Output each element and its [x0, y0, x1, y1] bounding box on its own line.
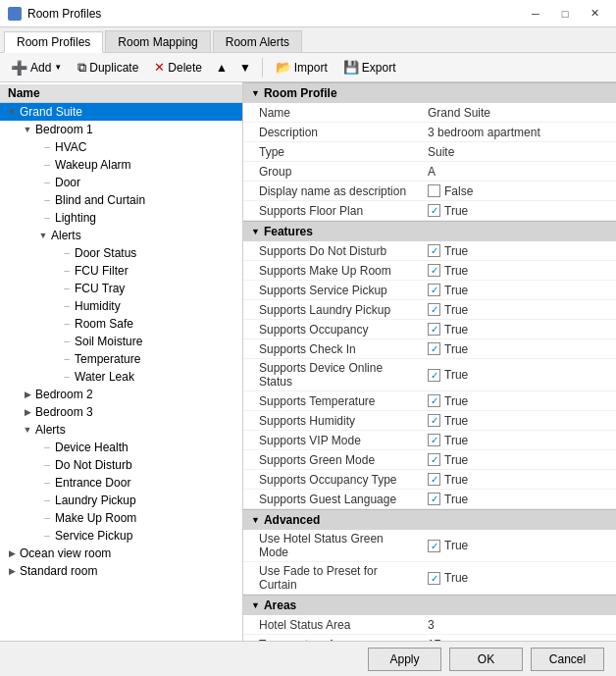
duplicate-button[interactable]: ⧉ Duplicate: [71, 56, 145, 79]
tab-room-mapping[interactable]: Room Mapping: [105, 30, 210, 52]
prop-label-name: Name: [243, 104, 420, 122]
prop-make-up-room[interactable]: Supports Make Up Room ✓ True: [243, 261, 616, 281]
checkbox-occupancy-type[interactable]: ✓: [428, 473, 440, 486]
apply-button[interactable]: Apply: [368, 648, 441, 671]
tree-item-bedroom2[interactable]: ▶ Bedroom 2: [0, 386, 242, 403]
tree-label-standard-room: Standard room: [20, 564, 97, 578]
leaf-icon-wakeup: ─: [39, 157, 55, 173]
prop-check-in[interactable]: Supports Check In ✓ True: [243, 339, 616, 359]
prop-humidity-feat[interactable]: Supports Humidity ✓ True: [243, 411, 616, 431]
tree-item-wakeup-alarm[interactable]: ─ Wakeup Alarm: [0, 156, 242, 174]
prop-fade-preset[interactable]: Use Fade to Preset for Curtain ✓ True: [243, 562, 616, 595]
tree-item-laundry-pickup[interactable]: ─ Laundry Pickup: [0, 492, 242, 509]
prop-value-humidity-feat: ✓ True: [420, 412, 616, 430]
ok-button[interactable]: OK: [449, 648, 523, 671]
prop-occupancy[interactable]: Supports Occupancy ✓ True: [243, 320, 616, 339]
prop-vip-mode[interactable]: Supports VIP Mode ✓ True: [243, 431, 616, 450]
tree-item-standard-room[interactable]: ▶ Standard room: [0, 562, 242, 580]
move-down-button[interactable]: ▼: [234, 56, 256, 79]
tree-item-door-status[interactable]: ─ Door Status: [0, 244, 242, 262]
checkbox-temperature-feat[interactable]: ✓: [428, 394, 440, 407]
tree-label-bedroom1: Bedroom 1: [35, 123, 93, 136]
tree-item-ocean-view[interactable]: ▶ Ocean view room: [0, 545, 242, 562]
checkbox-service-pickup[interactable]: ✓: [428, 284, 440, 296]
section-expander-areas[interactable]: ▼: [251, 600, 260, 610]
prop-do-not-disturb[interactable]: Supports Do Not Disturb ✓ True: [243, 241, 616, 261]
tree-item-bedroom1[interactable]: ▼ Bedroom 1: [0, 121, 242, 138]
prop-display-name[interactable]: Display name as description False: [243, 182, 616, 201]
checkbox-check-in[interactable]: ✓: [428, 342, 440, 355]
tree-item-bedroom3[interactable]: ▶ Bedroom 3: [0, 403, 242, 421]
cancel-button[interactable]: Cancel: [531, 648, 604, 671]
right-panel: ▼ Room Profile Name Grand Suite Descript…: [243, 82, 616, 641]
section-expander-advanced[interactable]: ▼: [251, 515, 260, 525]
tree-item-entrance-door[interactable]: ─ Entrance Door: [0, 474, 242, 492]
tree-item-soil-moisture[interactable]: ─ Soil Moisture: [0, 333, 242, 350]
checkbox-fade-preset[interactable]: ✓: [428, 572, 440, 585]
prop-hotel-status-green[interactable]: Use Hotel Status Green Mode ✓ True: [243, 530, 616, 562]
delete-label: Delete: [168, 61, 202, 75]
tree-item-fcu-filter[interactable]: ─ FCU Filter: [0, 262, 242, 280]
tree-item-hvac[interactable]: ─ HVAC: [0, 138, 242, 156]
checkbox-display-name[interactable]: [428, 184, 440, 197]
checkbox-hotel-status-green[interactable]: ✓: [428, 540, 440, 552]
tree-item-alerts1[interactable]: ▼ Alerts: [0, 227, 242, 244]
tree-item-fcu-tray[interactable]: ─ FCU Tray: [0, 280, 242, 297]
tree-item-blind-curtain[interactable]: ─ Blind and Curtain: [0, 191, 242, 209]
prop-label-vip-mode: Supports VIP Mode: [243, 432, 420, 449]
checkbox-green-mode[interactable]: ✓: [428, 453, 440, 466]
tree-item-door[interactable]: ─ Door: [0, 174, 242, 191]
prop-label-make-up-room: Supports Make Up Room: [243, 262, 420, 280]
close-button[interactable]: ✕: [581, 3, 608, 25]
import-button[interactable]: 📂 Import: [269, 56, 334, 79]
tree-item-temperature[interactable]: ─ Temperature: [0, 350, 242, 368]
tree-item-alerts2[interactable]: ▼ Alerts: [0, 421, 242, 439]
tree-item-service-pickup[interactable]: ─ Service Pickup: [0, 527, 242, 545]
checkbox-do-not-disturb[interactable]: ✓: [428, 244, 440, 257]
prop-device-online[interactable]: Supports Device Online Status ✓ True: [243, 359, 616, 391]
leaf-icon-service-pickup: ─: [39, 528, 55, 544]
checkbox-floor-plan[interactable]: ✓: [428, 204, 440, 217]
checkbox-laundry-pickup[interactable]: ✓: [428, 303, 440, 316]
tree-item-lighting[interactable]: ─ Lighting: [0, 209, 242, 227]
prop-value-occupancy-type: ✓ True: [420, 471, 616, 489]
checkbox-label-temperature-feat: True: [444, 394, 468, 408]
export-button[interactable]: 💾 Export: [336, 56, 403, 79]
duplicate-label: Duplicate: [89, 61, 138, 75]
delete-button[interactable]: ✕ Delete: [147, 56, 209, 79]
tree-item-room-safe[interactable]: ─ Room Safe: [0, 315, 242, 333]
tree-item-make-up-room[interactable]: ─ Make Up Room: [0, 509, 242, 527]
tree-item-water-leak[interactable]: ─ Water Leak: [0, 368, 242, 386]
checkbox-vip-mode[interactable]: ✓: [428, 434, 440, 446]
tree-item-do-not-disturb[interactable]: ─ Do Not Disturb: [0, 456, 242, 474]
delete-icon: ✕: [154, 60, 165, 75]
tree-item-grand-suite[interactable]: ▼ Grand Suite: [0, 103, 242, 121]
prop-service-pickup[interactable]: Supports Service Pickup ✓ True: [243, 281, 616, 300]
section-expander-room-profile[interactable]: ▼: [251, 88, 260, 98]
checkbox-occupancy[interactable]: ✓: [428, 323, 440, 336]
prop-label-fade-preset: Use Fade to Preset for Curtain: [243, 562, 420, 594]
tab-room-alerts[interactable]: Room Alerts: [213, 30, 302, 52]
section-expander-features[interactable]: ▼: [251, 227, 260, 236]
move-up-button[interactable]: ▲: [211, 56, 232, 79]
tree-item-humidity[interactable]: ─ Humidity: [0, 297, 242, 315]
prop-laundry-pickup[interactable]: Supports Laundry Pickup ✓ True: [243, 300, 616, 320]
checkbox-device-online[interactable]: ✓: [428, 369, 440, 382]
prop-green-mode[interactable]: Supports Green Mode ✓ True: [243, 450, 616, 470]
prop-floor-plan[interactable]: Supports Floor Plan ✓ True: [243, 201, 616, 221]
minimize-button[interactable]: ─: [522, 3, 549, 25]
tree-label-fcu-filter: FCU Filter: [75, 264, 128, 278]
add-button[interactable]: ➕ Add ▼: [4, 56, 69, 79]
prop-temperature-feat[interactable]: Supports Temperature ✓ True: [243, 391, 616, 411]
prop-occupancy-type[interactable]: Supports Occupancy Type ✓ True: [243, 470, 616, 490]
maximize-button[interactable]: □: [551, 3, 579, 25]
tree-item-device-health[interactable]: ─ Device Health: [0, 439, 242, 456]
prop-value-check-in: ✓ True: [420, 340, 616, 358]
checkbox-humidity-feat[interactable]: ✓: [428, 414, 440, 427]
tab-room-profiles[interactable]: Room Profiles: [4, 31, 103, 53]
checkbox-guest-language[interactable]: ✓: [428, 493, 440, 505]
checkbox-make-up-room[interactable]: ✓: [428, 264, 440, 277]
section-advanced: ▼ Advanced: [243, 509, 616, 530]
section-advanced-content: Use Hotel Status Green Mode ✓ True Use F…: [243, 530, 616, 595]
prop-guest-language[interactable]: Supports Guest Language ✓ True: [243, 490, 616, 509]
